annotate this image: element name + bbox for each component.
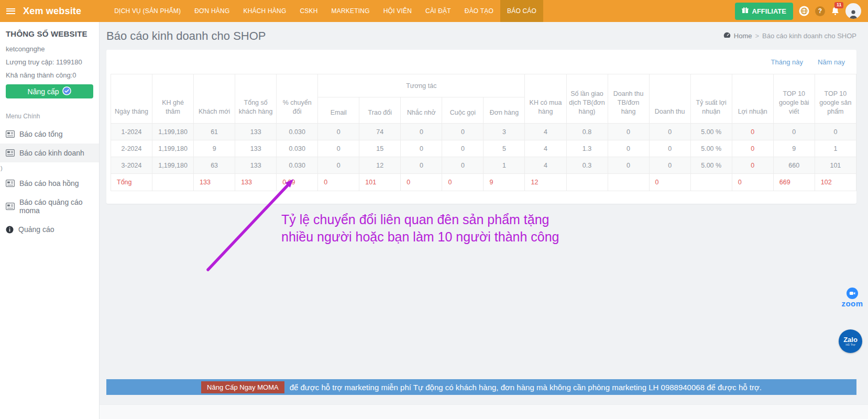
col-header-top-10-google-bai-viet: TOP 10 google bài viết	[773, 74, 815, 124]
nav-item-cskh[interactable]: CSKH	[293, 0, 324, 22]
sidebar-item-bao-cao-kinh-doanh[interactable]: Báo cáo kinh doanh	[0, 144, 99, 162]
nav-item-marketing[interactable]: MARKETING	[325, 0, 377, 22]
cell: 0	[773, 124, 815, 140]
nav-item-dao-tao[interactable]: ĐÀO TẠO	[458, 0, 500, 22]
cell: 133	[235, 140, 277, 157]
total-cell	[690, 174, 732, 191]
cell: 9	[194, 140, 235, 157]
cell: 74	[359, 124, 401, 140]
nav-item-dich-vu-san-pham[interactable]: DỊCH VỤ (SẢN PHẨM)	[107, 0, 188, 22]
annotation-text: Tỷ lệ chuyển đổi liên quan đên sản phẩm …	[281, 211, 567, 246]
nav-item-cai-dat[interactable]: CÀI ĐẶT	[419, 0, 458, 22]
col-header-doanh-thu: Doanh thu	[649, 74, 690, 124]
total-cell: 102	[815, 174, 856, 191]
sidebar-item-label: Báo cáo kinh doanh	[19, 149, 84, 157]
cell: 15	[359, 140, 401, 157]
filter-thang-nay[interactable]: Tháng này	[771, 58, 803, 66]
zoom-label: zoom	[838, 299, 867, 308]
report-table: Ngày thángKH ghé thămKhách mớiTổng số kh…	[111, 74, 856, 191]
report-icon	[6, 180, 15, 187]
sidebar-item-quang-cao[interactable]: Quảng cáo	[0, 220, 99, 239]
breadcrumb-current: Báo cáo kinh doanh cho SHOP	[762, 32, 856, 40]
breadcrumb: Home > Báo cáo kinh doanh cho SHOP	[723, 32, 856, 40]
cell: 1	[484, 157, 525, 174]
sidebar-item-bao-cao-hoa-hong[interactable]: Báo cáo hoa hồng	[0, 174, 99, 193]
page: Xem website DỊCH VỤ (SẢN PHẨM)ĐƠN HÀNGKH…	[0, 0, 868, 419]
col-header-kh-ghe-tham: KH ghé thăm	[152, 74, 194, 124]
nav-item-bao-cao[interactable]: BÁO CÁO	[500, 0, 543, 22]
cell: 133	[235, 124, 277, 140]
col-header-tong-so-khach-hang: Tổng số khách hàng	[235, 74, 277, 124]
zoom-widget[interactable]: zoom	[838, 288, 867, 308]
total-cell	[152, 174, 194, 191]
gift-icon	[742, 7, 749, 15]
cell: 5.00 %	[690, 140, 732, 157]
globe-icon[interactable]	[799, 6, 809, 16]
cell: 0	[732, 124, 773, 140]
zalo-widget[interactable]: Zalo Hỗ Trợ	[839, 329, 862, 353]
cell: 101	[815, 157, 856, 174]
cell: 0	[318, 124, 359, 140]
cell: 0	[608, 157, 649, 174]
upgrade-button[interactable]: Nâng cấp	[6, 84, 93, 98]
cell: 0	[442, 124, 484, 140]
site-name: ketcongnghe	[6, 45, 93, 53]
brand-title[interactable]: Xem website	[21, 0, 81, 22]
help-icon[interactable]: ?	[815, 6, 825, 16]
cell: 0.8	[566, 124, 608, 140]
table-total-row: Tổng1331330.0901010091200669102	[111, 174, 856, 191]
total-cell: 0	[442, 174, 484, 191]
total-cell: 12	[525, 174, 566, 191]
col-header-doanh-thu-tb-don-hang: Doanh thu TB/đơn hàng	[608, 74, 649, 124]
cell: 1,199,180	[152, 124, 194, 140]
promo-banner: Nâng Cấp Ngay MOMA để được hỗ trợ market…	[106, 379, 856, 395]
cell: 0	[401, 140, 442, 157]
table-row: 3-20241,199,180631330.03001200140.3005.0…	[111, 157, 856, 174]
stray-text: )	[0, 162, 99, 174]
cell: 0	[815, 124, 856, 140]
total-cell: 133	[194, 174, 235, 191]
col-header-kh-co-mua-hang: KH có mua hàng	[525, 74, 566, 124]
report-icon	[6, 149, 15, 157]
cell: 0.030	[277, 124, 318, 140]
total-cell	[566, 174, 608, 191]
info-icon	[6, 226, 14, 234]
col-header-trao-doi: Trao đổi	[359, 97, 401, 124]
breadcrumb-separator: >	[755, 32, 759, 40]
upgrade-button-label: Nâng cấp	[28, 87, 59, 96]
col-header-top-10-google-san-pham: TOP 10 google sản phẩm	[815, 74, 856, 124]
cell: 0	[442, 157, 484, 174]
notifications-bell[interactable]: 11	[831, 6, 840, 18]
report-table-wrap: Ngày thángKH ghé thămKhách mớiTổng số kh…	[106, 71, 856, 199]
cell: 1,199,180	[152, 140, 194, 157]
filter-nam-nay[interactable]: Năm nay	[818, 58, 845, 66]
cell: 660	[773, 157, 815, 174]
nav-item-hoi-vien[interactable]: HỘI VIÊN	[377, 0, 419, 22]
col-header-khach-moi: Khách mới	[194, 74, 235, 124]
affiliate-button[interactable]: AFFILIATE	[735, 3, 793, 20]
report-card: Tháng nàyNăm nay Ngày thángKH ghé thămKh…	[106, 50, 856, 204]
cell: 0	[318, 140, 359, 157]
sidebar-item-bao-cao-quang-cao-moma[interactable]: Báo cáo quảng cáo moma	[0, 193, 99, 220]
nav-item-khach-hang[interactable]: KHÁCH HÀNG	[236, 0, 293, 22]
breadcrumb-home[interactable]: Home	[734, 32, 752, 40]
total-cell: 0	[318, 174, 359, 191]
avatar[interactable]	[845, 3, 861, 19]
total-cell: 0	[649, 174, 690, 191]
nav-item-don-hang[interactable]: ĐƠN HÀNG	[188, 0, 236, 22]
sidebar-item-label: Quảng cáo	[18, 225, 54, 234]
menu-toggle-icon[interactable]	[0, 0, 21, 22]
cell: 0.030	[277, 140, 318, 157]
col-header-cuoc-goi: Cuộc gọi	[442, 97, 484, 124]
total-cell: 0	[401, 174, 442, 191]
cell: 2-2024	[111, 140, 152, 157]
sidebar-item-label: Báo cáo hoa hồng	[19, 179, 79, 188]
affiliate-label: AFFILIATE	[752, 7, 786, 15]
cell: 1,199,180	[152, 157, 194, 174]
upgrade-moma-button[interactable]: Nâng Cấp Ngay MOMA	[201, 381, 284, 393]
sidebar-item-bao-cao-tong[interactable]: Báo cáo tổng	[0, 125, 99, 144]
cell: 4	[525, 140, 566, 157]
total-cell: 133	[235, 174, 277, 191]
website-stats: THÔNG SỐ WEBSITE ketcongnghe Lượng truy …	[0, 22, 99, 98]
cell: 9	[773, 140, 815, 157]
